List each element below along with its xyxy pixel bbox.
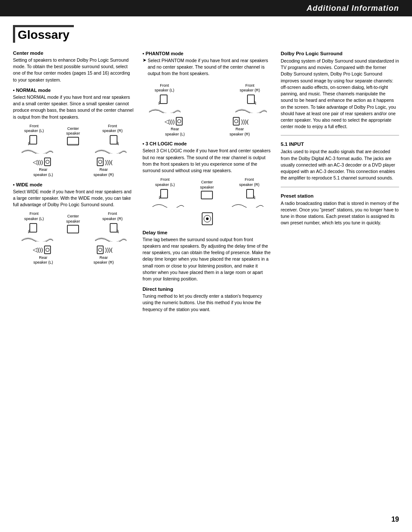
wide-mode-title: • WIDE mode <box>13 182 134 187</box>
3ch-front-right: Frontspeaker (R) <box>239 176 260 199</box>
normal-front-left: Frontspeaker (L) <box>24 123 44 146</box>
direct-tuning-title: Direct tuning <box>143 286 272 292</box>
svg-line-30 <box>158 104 160 104</box>
svg-rect-25 <box>97 246 103 254</box>
header-bar: Additional Information <box>0 0 412 16</box>
wide-center: Centerspeaker <box>66 213 80 233</box>
3ch-mode-diagram: Frontspeaker (L) Centerspeaker <box>143 176 272 225</box>
svg-line-3 <box>28 144 30 145</box>
3ch-mode-body: Select 3 CH LOGIC mode if you have front… <box>143 148 272 174</box>
wide-mode-section: • WIDE mode Select WIDE mode if you have… <box>13 182 134 265</box>
wide-rear-right: )))( Rearspeaker (R) <box>93 245 114 265</box>
svg-point-26 <box>98 248 102 252</box>
normal-front-right: Frontspeaker (R) <box>102 123 123 146</box>
phantom-top-row: Frontspeaker (L) Frontspeaker (R) <box>143 82 272 105</box>
rear-left-speaker-icon <box>44 157 53 167</box>
phantom-front-left: Frontspeaker (L) <box>155 82 174 105</box>
normal-top-row: Frontspeaker (L) Centerspeaker <box>13 123 134 146</box>
page: Additional Information Glossary Center m… <box>0 0 412 532</box>
svg-line-9 <box>117 144 119 145</box>
svg-rect-44 <box>247 189 254 198</box>
dolby-title: Dolby Pro Logic Surround <box>281 51 399 56</box>
rear-right-speaker-icon <box>95 157 104 167</box>
wide-top-row: Frontspeaker (L) Centerspeaker <box>13 211 134 233</box>
middle-column: • PHANTOM mode ➤ Select PHANTOM mode if … <box>143 25 272 315</box>
delay-time-section: Delay time Time lag between the surround… <box>143 230 272 283</box>
svg-rect-23 <box>44 246 51 254</box>
svg-line-42 <box>159 198 161 199</box>
glossary-title: Glossary <box>18 28 70 41</box>
svg-rect-19 <box>110 224 117 232</box>
front-sound-waves <box>19 148 54 154</box>
dolby-body: Decoding system of Dolby Surround sound … <box>281 58 399 130</box>
center-mode-section: Center mode Setting of speakers to enhan… <box>13 50 134 83</box>
svg-rect-18 <box>67 225 79 233</box>
input51-body: Jacks used to input the audio signals th… <box>281 148 399 181</box>
normal-center: Centerspeaker <box>66 126 80 146</box>
svg-line-34 <box>254 104 256 104</box>
wide-bottom-row: ◁))) Rearspeaker (L) <box>13 245 134 265</box>
svg-point-24 <box>46 248 49 252</box>
wide-front-left: Frontspeaker (L) <box>24 211 44 233</box>
dolby-section: Dolby Pro Logic Surround Decoding system… <box>281 51 399 130</box>
svg-rect-27 <box>160 95 167 104</box>
divider-1 <box>281 135 399 135</box>
normal-rear-right: )))( Rearspeaker (R) <box>93 157 114 177</box>
input51-title: 5.1 INPUT <box>281 142 399 147</box>
left-column: Glossary Center mode Setting of speakers… <box>13 25 134 315</box>
center-mode-body: Setting of speakers to enhance Dolby Pro… <box>13 57 134 83</box>
page-number: 19 <box>391 516 399 523</box>
3ch-mode-title: • 3 CH LOGIC mode <box>143 141 272 146</box>
front-left-speaker-icon <box>28 134 40 146</box>
phantom-mode-section: • PHANTOM mode ➤ Select PHANTOM mode if … <box>143 51 272 137</box>
svg-rect-31 <box>247 95 254 104</box>
delay-time-title: Delay time <box>143 230 272 235</box>
direct-tuning-body: Tuning method to let you directly enter … <box>143 293 272 313</box>
svg-rect-43 <box>201 191 212 199</box>
input51-section: 5.1 INPUT Jacks used to input the audio … <box>281 142 399 181</box>
svg-point-50 <box>206 217 209 220</box>
3ch-mode-section: • 3 CH LOGIC mode Select 3 CH LOGIC mode… <box>143 141 272 225</box>
svg-rect-35 <box>176 117 182 125</box>
center-mode-title: Center mode <box>13 50 134 56</box>
front-right-speaker-icon <box>107 134 119 146</box>
svg-point-38 <box>235 120 238 123</box>
svg-point-36 <box>177 120 181 123</box>
wide-rear-left: ◁))) Rearspeaker (L) <box>33 245 53 265</box>
right-column: Dolby Pro Logic Surround Decoding system… <box>281 25 399 315</box>
normal-mode-section: • NORMAL mode Select NORMAL mode if you … <box>13 88 134 178</box>
preset-station-title: Preset station <box>281 193 399 198</box>
front-sound-waves-r <box>93 148 127 154</box>
svg-line-22 <box>117 232 119 233</box>
direct-tuning-section: Direct tuning Tuning method to let you d… <box>143 286 272 313</box>
phantom-mode-diagram: Frontspeaker (L) Frontspeaker (R) <box>143 82 272 137</box>
svg-rect-10 <box>44 158 51 166</box>
svg-line-17 <box>28 232 30 233</box>
svg-rect-39 <box>161 189 168 198</box>
divider-2 <box>281 187 399 187</box>
phantom-mode-body: Select PHANTOM mode if you have front an… <box>148 57 272 77</box>
normal-rear-left: ◁))) Rearspeaker (L) <box>33 157 53 177</box>
3ch-center: Centerspeaker <box>200 179 214 199</box>
svg-rect-12 <box>97 158 103 166</box>
normal-mode-body: Select NORMAL mode if you have front and… <box>13 94 134 120</box>
delay-time-body: Time lag between the surround sound outp… <box>143 236 272 283</box>
phantom-front-right: Frontspeaker (R) <box>240 82 260 105</box>
svg-rect-14 <box>30 224 37 232</box>
preset-station-body: A radio broadcasting station that is sto… <box>281 200 399 227</box>
svg-point-11 <box>46 160 49 164</box>
normal-bottom-row: ◁))) Rearspeaker (L) <box>13 157 134 177</box>
preset-station-section: Preset station A radio broadcasting stat… <box>281 193 399 227</box>
main-content: Glossary Center mode Setting of speakers… <box>0 16 412 324</box>
phantom-rear-left: ◁))) Rearspeaker (L) <box>165 116 185 137</box>
svg-rect-37 <box>233 117 239 125</box>
center-speaker-icon <box>67 136 79 146</box>
phantom-rear-right: )))( Rearspeaker (R) <box>229 116 250 137</box>
svg-rect-0 <box>30 135 37 144</box>
svg-rect-4 <box>67 137 79 145</box>
svg-point-13 <box>98 160 102 164</box>
normal-mode-diagram: Frontspeaker (L) Centerspeaker <box>13 123 134 178</box>
phantom-mode-title: • PHANTOM mode <box>143 51 272 56</box>
svg-line-47 <box>254 198 255 199</box>
normal-mode-title: • NORMAL mode <box>13 88 134 93</box>
